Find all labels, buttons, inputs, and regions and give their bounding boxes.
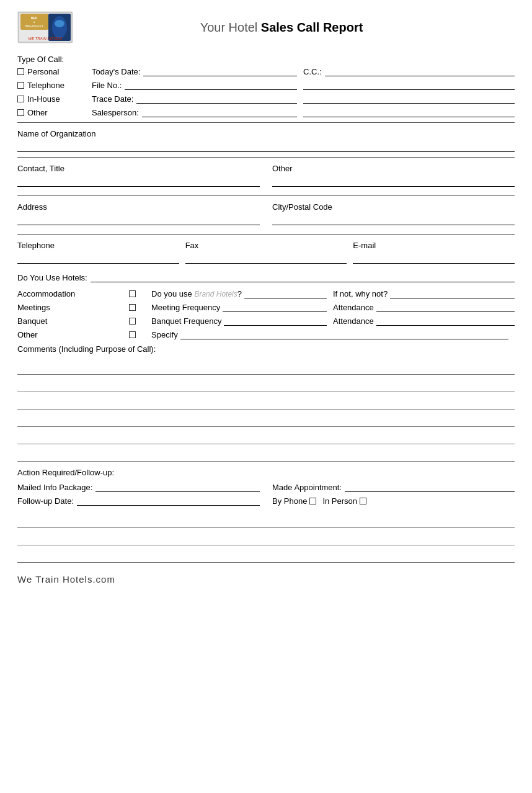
cc-line2-input[interactable]: [303, 80, 515, 90]
brand-hotels-input[interactable]: [244, 289, 327, 298]
inhouse-checkbox[interactable]: [17, 96, 24, 102]
file-no-input[interactable]: [125, 80, 297, 90]
svg-point-8: [55, 20, 64, 27]
banquet-checkbox-cell: [129, 318, 151, 325]
todays-date-label: Today's Date:: [92, 67, 140, 76]
accommodation-checkbox[interactable]: [129, 290, 136, 297]
file-no-label: File No.:: [92, 81, 122, 90]
trace-date-field: Trace Date:: [92, 94, 303, 104]
svg-text:&: &: [33, 20, 35, 24]
org-name-input[interactable]: [17, 140, 515, 152]
meetings-row: Meetings Meeting Frequency Attendance: [17, 302, 515, 312]
followup-date-input[interactable]: [77, 496, 260, 506]
followup-phone-row: Follow-up Date: By Phone In Person: [17, 496, 515, 506]
by-phone-checkbox[interactable]: [309, 498, 316, 504]
made-appointment-input[interactable]: [345, 482, 515, 492]
telephone-input[interactable]: [17, 251, 179, 264]
other-services-checkbox[interactable]: [129, 331, 136, 338]
cc-line4-input[interactable]: [303, 107, 515, 117]
telephone-checkbox[interactable]: [17, 82, 24, 89]
other-services-checkbox-cell: [129, 331, 151, 338]
specify-field: Specify: [151, 329, 515, 339]
personal-checkbox[interactable]: [17, 68, 24, 75]
svg-text:BED: BED: [31, 16, 38, 20]
other-field-label: Other: [272, 163, 515, 173]
address-input[interactable]: [17, 213, 260, 225]
banquet-frequency-label: Banquet Frequency: [151, 316, 221, 326]
meeting-frequency-input[interactable]: [223, 302, 327, 312]
accommodation-checkbox-cell: [129, 290, 151, 297]
other-label: Other: [27, 108, 48, 117]
fax-input[interactable]: [185, 251, 347, 264]
mailed-info-label: Mailed Info Package:: [17, 483, 92, 492]
footer-brand: We Train Hotels.com: [17, 574, 515, 585]
contact-other-section: Contact, Title Other: [17, 163, 515, 190]
followup-date-label: Follow-up Date:: [17, 496, 74, 506]
meetings-attendance-input[interactable]: [376, 302, 515, 312]
meetings-attendance-field: Attendance: [333, 302, 515, 312]
mailed-info-input[interactable]: [95, 482, 260, 492]
brand-hotels-label: Do you use Brand Hotels?: [151, 289, 242, 298]
divider-1: [17, 122, 515, 123]
specify-label: Specify: [151, 330, 178, 339]
trace-date-input[interactable]: [136, 94, 297, 104]
comment-line-5[interactable]: [17, 428, 515, 444]
todays-date-input[interactable]: [143, 66, 297, 76]
city-postal-input[interactable]: [272, 213, 515, 225]
banquet-checkbox[interactable]: [129, 318, 136, 325]
type-of-call-label: Type Of Call:: [17, 55, 515, 64]
file-no-field: File No.:: [92, 80, 303, 90]
salesperson-input[interactable]: [142, 107, 297, 117]
meetings-attendance-label: Attendance: [333, 303, 374, 312]
contact-title-input[interactable]: [17, 174, 260, 187]
banquet-attendance-input[interactable]: [376, 316, 515, 326]
brand-hotels-italic: Brand Hotels: [194, 290, 237, 298]
divider-4: [17, 234, 515, 235]
comment-line-2[interactable]: [17, 376, 515, 392]
banquet-frequency-input[interactable]: [224, 316, 327, 326]
in-person-item[interactable]: In Person: [322, 496, 366, 506]
other-services-label: Other: [17, 330, 129, 339]
comment-line-1[interactable]: [17, 359, 515, 375]
meetings-checkbox[interactable]: [129, 304, 136, 311]
meetings-label: Meetings: [17, 303, 129, 312]
email-input[interactable]: [353, 251, 515, 264]
brand-hotels-field: Do you use Brand Hotels?: [151, 289, 333, 298]
footer-line-3: [17, 547, 515, 563]
comment-line-6[interactable]: [17, 446, 515, 462]
comment-line-4[interactable]: [17, 411, 515, 427]
other-checkbox[interactable]: [17, 109, 24, 116]
mailed-info-field: Mailed Info Package:: [17, 482, 260, 492]
do-you-use-hotels-row: Do You Use Hotels:: [17, 272, 515, 282]
hotels-input[interactable]: [91, 272, 515, 282]
other-services-row: Other Specify: [17, 329, 515, 339]
call-type-telephone[interactable]: Telephone: [17, 80, 92, 90]
divider-2: [17, 157, 515, 158]
banquet-attendance-label: Attendance: [333, 316, 374, 326]
tel-fax-email-section: Telephone Fax E-mail: [17, 240, 515, 267]
cc-label: C.C.:: [303, 67, 322, 76]
page-header: BED & BREAKFAST WE TRAIN HOTELS Your Hot…: [17, 11, 515, 43]
telephone-label: Telephone: [27, 81, 64, 90]
address-label: Address: [17, 201, 260, 212]
telephone-section: Telephone: [17, 240, 179, 264]
call-type-personal[interactable]: Personal: [17, 66, 92, 76]
specify-input[interactable]: [180, 329, 508, 339]
if-not-why-not-label: If not, why not?: [333, 289, 388, 298]
meeting-frequency-label: Meeting Frequency: [151, 303, 220, 312]
other-input[interactable]: [272, 174, 515, 187]
if-not-why-not-input[interactable]: [390, 289, 515, 298]
svg-text:BREAKFAST: BREAKFAST: [25, 24, 43, 28]
call-type-other[interactable]: Other: [17, 107, 92, 117]
divider-3: [17, 195, 515, 196]
email-label: E-mail: [353, 240, 515, 250]
call-type-grid: Personal Today's Date: C.C.: Telephone F…: [17, 66, 515, 117]
cc-input[interactable]: [325, 66, 515, 76]
if-not-why-not-field: If not, why not?: [333, 289, 515, 298]
form-section: Type Of Call: Personal Today's Date: C.C…: [17, 55, 515, 585]
in-person-checkbox[interactable]: [360, 498, 366, 504]
comment-line-3[interactable]: [17, 393, 515, 410]
cc-line3-input[interactable]: [303, 94, 515, 104]
by-phone-item[interactable]: By Phone: [272, 496, 316, 506]
call-type-inhouse[interactable]: In-House: [17, 94, 92, 104]
